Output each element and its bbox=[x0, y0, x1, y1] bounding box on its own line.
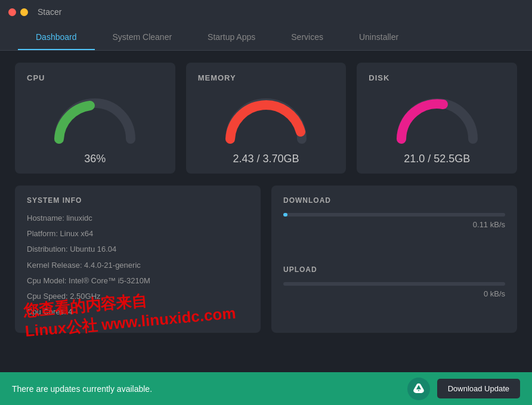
info-kernel: Kernel Release: 4.4.0-21-generic bbox=[27, 260, 249, 271]
titlebar: Stacer bbox=[0, 0, 532, 24]
cpu-card: CPU 36% bbox=[15, 63, 175, 174]
info-distribution: Distribution: Ubuntu 16.04 bbox=[27, 244, 249, 255]
update-right: Download Update bbox=[407, 378, 520, 400]
upload-speed: 0 kB/s bbox=[283, 289, 505, 298]
bottom-row: SYSTEM INFO Hostname: linuxidc Platform:… bbox=[15, 186, 517, 333]
memory-gauge bbox=[218, 88, 314, 148]
tab-startup-apps[interactable]: Startup Apps bbox=[190, 24, 273, 50]
tab-dashboard[interactable]: Dashboard bbox=[18, 24, 95, 50]
cpu-gauge bbox=[47, 88, 143, 148]
nav-tabs: Dashboard System Cleaner Startup Apps Se… bbox=[0, 24, 532, 51]
minimize-button[interactable] bbox=[20, 8, 28, 16]
update-bar: There are updates currently available. D… bbox=[0, 372, 532, 405]
close-button[interactable] bbox=[8, 8, 16, 16]
download-bar-bg bbox=[283, 213, 505, 217]
info-cpu-speed: Cpu Speed: 2.50GHz bbox=[27, 291, 249, 302]
disk-value: 21.0 / 52.5GB bbox=[404, 153, 470, 165]
main-content: CPU 36% MEMORY 2.43 / 3.70GB DISK bbox=[0, 51, 532, 366]
disk-label: DISK bbox=[369, 73, 389, 82]
upload-title: UPLOAD bbox=[283, 265, 505, 274]
disk-card: DISK 21.0 / 52.5GB bbox=[357, 63, 517, 174]
memory-card: MEMORY 2.43 / 3.70GB bbox=[186, 63, 347, 174]
update-message: There are updates currently available. bbox=[12, 384, 152, 394]
download-bar-fill bbox=[283, 213, 287, 217]
tab-uninstaller[interactable]: Uninstaller bbox=[341, 24, 416, 50]
tab-system-cleaner[interactable]: System Cleaner bbox=[95, 24, 190, 50]
upload-section: UPLOAD 0 kB/s bbox=[283, 265, 505, 323]
update-icon bbox=[407, 378, 430, 400]
download-update-button[interactable]: Download Update bbox=[437, 379, 520, 398]
download-speed: 0.11 kB/s bbox=[283, 220, 505, 229]
disk-gauge bbox=[389, 88, 485, 148]
download-title: DOWNLOAD bbox=[283, 196, 505, 205]
tab-services[interactable]: Services bbox=[273, 24, 341, 50]
gauge-row: CPU 36% MEMORY 2.43 / 3.70GB DISK bbox=[15, 63, 517, 174]
download-section: DOWNLOAD 0.11 kB/s bbox=[283, 196, 505, 253]
system-info-card: SYSTEM INFO Hostname: linuxidc Platform:… bbox=[15, 186, 261, 333]
cpu-label: CPU bbox=[27, 73, 45, 82]
cpu-value: 36% bbox=[84, 153, 106, 165]
memory-value: 2.43 / 3.70GB bbox=[233, 153, 299, 165]
memory-label: MEMORY bbox=[198, 73, 236, 82]
upload-bar-bg bbox=[283, 282, 505, 286]
app-title: Stacer bbox=[38, 7, 61, 17]
traffic-lights bbox=[8, 8, 28, 16]
info-cpu-cores: Cpu Cores: 4 bbox=[27, 307, 249, 317]
network-card: DOWNLOAD 0.11 kB/s UPLOAD 0 kB/s bbox=[271, 186, 517, 333]
system-info-title: SYSTEM INFO bbox=[27, 196, 249, 205]
info-platform: Platform: Linux x64 bbox=[27, 228, 249, 239]
info-hostname: Hostname: linuxidc bbox=[27, 213, 249, 224]
info-cpu-model: Cpu Model: Intel® Core™ i5-3210M bbox=[27, 276, 249, 286]
